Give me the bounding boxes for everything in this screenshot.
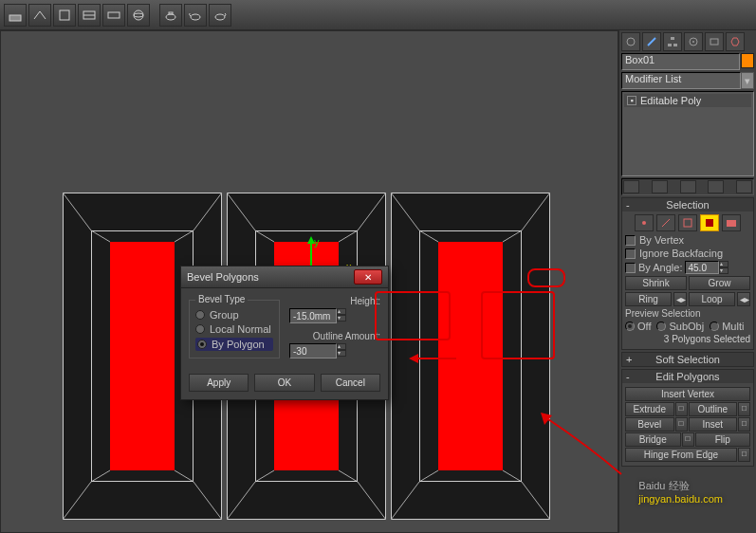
- svg-line-29: [391, 482, 419, 520]
- tb-create-icon[interactable]: [4, 4, 27, 27]
- by-vertex-checkbox[interactable]: [625, 235, 636, 246]
- tb-teapot3-icon[interactable]: [209, 4, 231, 27]
- edit-polygons-rollout: -Edit Polygons Insert Vertex Extrude□ Ou…: [621, 369, 754, 467]
- insert-vertex-button[interactable]: Insert Vertex: [625, 387, 750, 401]
- soft-selection-header[interactable]: +Soft Selection: [622, 353, 753, 366]
- tab-modify-icon[interactable]: [642, 32, 661, 51]
- svg-point-47: [692, 41, 694, 43]
- by-polygon-radio[interactable]: [197, 340, 207, 349]
- bevel-button[interactable]: Bevel: [625, 417, 674, 432]
- tb-teapot2-icon[interactable]: [184, 4, 207, 27]
- border-subobj-icon[interactable]: [678, 214, 697, 231]
- by-vertex-label: By Vertex: [639, 234, 684, 246]
- flip-button[interactable]: Flip: [695, 432, 751, 447]
- tab-create-icon[interactable]: [621, 32, 640, 51]
- ok-button[interactable]: OK: [254, 374, 314, 392]
- bridge-settings-button[interactable]: □: [682, 432, 694, 447]
- extrude-settings-button[interactable]: □: [675, 402, 688, 416]
- local-normal-radio[interactable]: [195, 324, 205, 334]
- remove-mod-icon[interactable]: [708, 180, 724, 193]
- ring-button[interactable]: Ring: [625, 292, 672, 306]
- ignore-backfacing-checkbox[interactable]: [625, 248, 636, 259]
- spinner-down-icon[interactable]: ▾: [719, 267, 728, 274]
- outline-settings-button[interactable]: □: [738, 402, 750, 416]
- preview-multi-radio[interactable]: [710, 322, 719, 331]
- tb-teapot1-icon[interactable]: [159, 4, 182, 27]
- svg-point-42: [627, 38, 635, 46]
- vertex-subobj-icon[interactable]: [635, 214, 654, 231]
- tab-motion-icon[interactable]: [684, 32, 703, 51]
- polygon-subobj-icon[interactable]: [700, 214, 719, 231]
- pin-stack-icon[interactable]: [623, 180, 639, 193]
- hinge-button[interactable]: Hinge From Edge: [625, 448, 737, 462]
- selected-polygon-3[interactable]: [438, 242, 503, 470]
- svg-rect-43: [671, 37, 674, 40]
- edge-subobj-icon[interactable]: [656, 214, 675, 231]
- inset-settings-button[interactable]: □: [738, 417, 750, 432]
- extrude-button[interactable]: Extrude: [625, 402, 674, 416]
- object-color-swatch[interactable]: [741, 53, 754, 68]
- tb-motion-icon[interactable]: [102, 4, 125, 27]
- svg-point-49: [642, 221, 646, 225]
- svg-rect-44: [668, 44, 672, 46]
- tb-hierarchy-icon[interactable]: [53, 4, 76, 27]
- svg-line-21: [227, 482, 255, 520]
- show-end-icon[interactable]: [652, 180, 668, 193]
- bevel-polygons-dialog: Bevel Polygons ✕ Bevel Type Group Local …: [180, 266, 389, 400]
- height-up-icon[interactable]: ▴: [337, 308, 346, 315]
- element-subobj-icon[interactable]: [722, 214, 741, 231]
- by-angle-checkbox[interactable]: [625, 263, 636, 273]
- configure-icon[interactable]: [736, 180, 752, 193]
- tab-utilities-icon[interactable]: [726, 32, 745, 51]
- dropdown-arrow-icon[interactable]: ▾: [741, 72, 754, 89]
- modifier-stack[interactable]: ▪ Editable Poly: [621, 91, 754, 176]
- angle-input[interactable]: [685, 261, 719, 274]
- hinge-settings-button[interactable]: □: [738, 448, 750, 462]
- spinner-up-icon[interactable]: ▴: [719, 261, 728, 267]
- tab-hierarchy-icon[interactable]: [663, 32, 682, 51]
- loop-button[interactable]: Loop: [689, 292, 735, 306]
- modifier-list-dropdown[interactable]: Modifier List: [621, 72, 741, 89]
- svg-rect-52: [706, 219, 713, 227]
- height-input[interactable]: [289, 308, 337, 323]
- bevel-settings-button[interactable]: □: [675, 417, 688, 432]
- modifier-item-editable-poly[interactable]: ▪ Editable Poly: [624, 94, 751, 107]
- bevel-type-label: Bevel Type: [195, 294, 248, 304]
- svg-line-13: [63, 482, 91, 520]
- svg-line-11: [63, 193, 91, 230]
- inset-button[interactable]: Inset: [689, 417, 738, 432]
- expand-icon[interactable]: ▪: [627, 96, 636, 105]
- svg-line-28: [522, 193, 550, 230]
- selection-rollout: -Selection By Vertex Ignore Backfacing B…: [621, 197, 754, 350]
- svg-rect-1: [60, 10, 69, 20]
- outline-button[interactable]: Outline: [689, 402, 738, 416]
- tab-display-icon[interactable]: [705, 32, 724, 51]
- height-down-icon[interactable]: ▾: [337, 315, 346, 322]
- preview-subobj-radio[interactable]: [656, 322, 666, 331]
- ring-spinner[interactable]: ◂▸: [673, 292, 687, 306]
- selected-polygon-1[interactable]: [110, 242, 175, 470]
- cancel-button[interactable]: Cancel: [321, 374, 380, 392]
- tb-modify-icon[interactable]: [28, 4, 51, 27]
- selection-header[interactable]: -Selection: [622, 198, 753, 211]
- outline-input[interactable]: [289, 343, 337, 358]
- outline-amount-label: Outline Amount:: [289, 331, 380, 341]
- group-radio[interactable]: [195, 310, 205, 320]
- close-button[interactable]: ✕: [354, 269, 382, 285]
- edit-polygons-header[interactable]: -Edit Polygons: [622, 370, 753, 383]
- outline-down-icon[interactable]: ▾: [337, 350, 346, 357]
- preview-label: Preview Selection: [625, 308, 750, 319]
- svg-rect-48: [710, 39, 718, 45]
- bridge-button[interactable]: Bridge: [625, 432, 681, 447]
- preview-off-radio[interactable]: [625, 322, 635, 331]
- grow-button[interactable]: Grow: [689, 276, 750, 290]
- tb-sphere-icon[interactable]: [127, 4, 150, 27]
- apply-button[interactable]: Apply: [189, 374, 249, 392]
- object-name-input[interactable]: Box01: [621, 53, 740, 70]
- outline-up-icon[interactable]: ▴: [337, 343, 346, 350]
- loop-spinner[interactable]: ◂▸: [737, 292, 750, 306]
- tb-display-icon[interactable]: [78, 4, 101, 27]
- unique-icon[interactable]: [680, 180, 696, 193]
- shrink-button[interactable]: Shrink: [625, 276, 687, 290]
- box-object-3[interactable]: [391, 193, 550, 520]
